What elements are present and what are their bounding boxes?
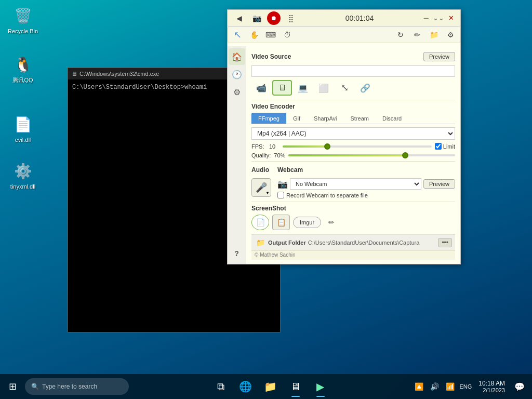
quality-value: 70% (274, 152, 285, 158)
webcam-separate-label: Record Webcam to separate file (286, 192, 368, 198)
notification-btn[interactable]: 💬 (511, 375, 528, 398)
video-source-label: Video Source (251, 53, 291, 60)
source-monitor-btn[interactable]: 🖥 (272, 80, 292, 96)
output-folder-path: C:\Users\StandardUser\Documents\Captura (308, 240, 436, 246)
audio-label: Audio (251, 166, 271, 174)
record-btn[interactable]: ⏺ (267, 11, 281, 25)
folder-toolbar-btn[interactable]: 📁 (427, 28, 441, 42)
output-folder-label: Output Folder (268, 240, 306, 246)
audio-section: Audio 🎤 ▼ (251, 164, 271, 198)
desktop: 🗑️ Recycle Bin 🐧 腾讯QQ 📄 evil.dll ⚙️ tiny… (0, 0, 532, 374)
source-laptop-btn[interactable]: 💻 (293, 80, 313, 96)
cursor-btn[interactable]: ↖ (230, 28, 245, 42)
explorer-btn[interactable]: 📁 (259, 375, 282, 398)
taskbar-clock[interactable]: 10:18 AM 2/1/2023 (474, 380, 509, 393)
close-btn[interactable]: ✕ (446, 13, 456, 23)
tab-stream[interactable]: Stream (343, 113, 375, 124)
pen-btn[interactable]: ✏ (410, 28, 424, 42)
webcam-row: 📷 No Webcam Preview (277, 178, 455, 190)
source-chain-btn[interactable]: 🔗 (355, 80, 375, 96)
webcam-check-row: Record Webcam to separate file (277, 192, 455, 198)
screenshot-doc-btn[interactable]: 📄 (251, 215, 269, 230)
output-more-btn[interactable]: ••• (438, 238, 452, 247)
audio-mic-btn[interactable]: 🎤 ▼ (251, 178, 271, 197)
codec-dropdown-row: Mp4 (x264 | AAC) (251, 127, 455, 140)
webcam-separate-checkbox[interactable] (277, 192, 284, 198)
captura-titlebar: ◀ 📷 ⏺ ⣿ 00:01:04 ─ ⌄⌄ ✕ (228, 10, 460, 26)
cmd-taskbar-btn[interactable]: 🖥 (284, 375, 307, 398)
video-encoder-label: Video Encoder (251, 103, 455, 110)
imgur-btn[interactable]: Imgur (293, 217, 321, 228)
audio-dropdown-arrow: ▼ (265, 191, 270, 195)
taskbar-apps: ⧉ 🌐 📁 🖥 ▶ (129, 375, 412, 398)
sidebar-history-btn[interactable]: 🕐 (229, 66, 245, 83)
limit-checkbox[interactable] (435, 143, 442, 150)
quality-label: Quality: (251, 152, 271, 158)
network-icon[interactable]: 📶 (443, 375, 457, 398)
source-window-btn[interactable]: ⬜ (314, 80, 334, 96)
volume-icon[interactable]: 🔊 (428, 375, 441, 398)
tab-gif[interactable]: Gif (286, 113, 307, 124)
keyboard-btn[interactable]: ⌨ (263, 28, 278, 42)
captura-main: Video Source Preview Full Screen 📹 🖥 💻 ⬜… (246, 46, 460, 264)
second-toolbar: ↖ ✋ ⌨ ⏱ ↻ ✏ 📁 ⚙ (228, 26, 460, 43)
sidebar-home-btn[interactable]: 🏠 (229, 48, 245, 65)
copyright-text: © Mathew Sachin (251, 250, 455, 260)
expand-btn[interactable]: ⌄⌄ (433, 13, 444, 23)
tab-sharpavi[interactable]: SharpAvi (307, 113, 343, 124)
tab-ffmpeg[interactable]: FFmpeg (251, 113, 286, 124)
source-region-btn[interactable]: ⤡ (335, 80, 354, 96)
edge-btn[interactable]: 🌐 (234, 375, 257, 398)
source-input[interactable]: Full Screen (251, 65, 455, 77)
screenshot-clipboard-btn[interactable]: 📋 (272, 215, 290, 230)
screenshot-toolbar-btn[interactable]: 📷 (249, 11, 264, 25)
tab-discard[interactable]: Discard (376, 113, 408, 124)
back-btn[interactable]: ◀ (232, 11, 246, 25)
screenshot-label: ScreenShot (251, 205, 455, 212)
rotate-btn[interactable]: ↻ (393, 28, 408, 42)
screenshot-row: 📄 📋 Imgur ✏ (251, 215, 455, 230)
sidebar-help-btn[interactable]: ? (229, 245, 245, 262)
quality-slider-thumb[interactable] (402, 152, 408, 158)
webcam-dropdown[interactable]: No Webcam (290, 178, 421, 190)
cmd-icon: 🖥 (71, 71, 77, 77)
tencent-qq-icon[interactable]: 🐧 腾讯QQ (2, 52, 44, 86)
timer-btn[interactable]: ⏱ (280, 28, 295, 42)
hand-btn[interactable]: ✋ (247, 28, 261, 42)
divider-3 (251, 202, 455, 202)
video-preview-btn[interactable]: Preview (423, 52, 455, 61)
webcam-label: Webcam (277, 166, 455, 174)
fps-slider-fill (283, 145, 327, 148)
output-folder-icon: 📁 (255, 237, 266, 248)
clock-date: 2/1/2023 (478, 387, 505, 393)
clock-time: 10:18 AM (478, 380, 505, 387)
captura-taskbar-btn[interactable]: ▶ (309, 375, 332, 398)
codec-dropdown[interactable]: Mp4 (x264 | AAC) (251, 127, 455, 140)
captura-body: 🏠 🕐 ⚙ ? Video Source Preview Full Screen… (228, 46, 460, 264)
fps-slider[interactable] (283, 145, 432, 148)
evil-dll-icon[interactable]: 📄 evil.dll (2, 112, 44, 145)
taskbar-search-box[interactable]: 🔍 (25, 378, 129, 395)
recycle-bin-icon[interactable]: 🗑️ Recycle Bin (2, 3, 44, 37)
divider-1 (251, 100, 455, 100)
fps-label: FPS: (251, 143, 266, 150)
webcam-preview-btn[interactable]: Preview (423, 179, 455, 189)
tinyxml-dll-icon[interactable]: ⚙️ tinyxml.dll (2, 158, 44, 192)
source-webcam-btn[interactable]: 📹 (251, 80, 271, 96)
gear-toolbar-btn[interactable]: ⚙ (443, 28, 458, 42)
task-view-btn[interactable]: ⧉ (209, 375, 232, 398)
start-button[interactable]: ⊞ (0, 374, 25, 399)
pencil-btn[interactable]: ✏ (324, 215, 339, 230)
show-hidden-icons-btn[interactable]: 🔼 (412, 375, 425, 398)
encoder-tabs: FFmpeg Gif SharpAvi Stream Discard (251, 113, 455, 124)
sidebar-settings-btn[interactable]: ⚙ (229, 84, 245, 100)
settings-toolbar-btn[interactable]: ⣿ (284, 11, 298, 25)
fps-slider-row: FPS: 10 Limit (251, 143, 455, 150)
search-input[interactable] (42, 383, 120, 390)
quality-slider[interactable] (288, 154, 455, 156)
output-folder-row: 📁 Output Folder C:\Users\StandardUser\Do… (251, 234, 455, 250)
fps-slider-thumb[interactable] (324, 143, 330, 150)
language-icon[interactable]: ENG (459, 375, 472, 398)
timer-display: 00:01:04 (298, 14, 421, 22)
minimize-btn[interactable]: ─ (421, 13, 431, 23)
